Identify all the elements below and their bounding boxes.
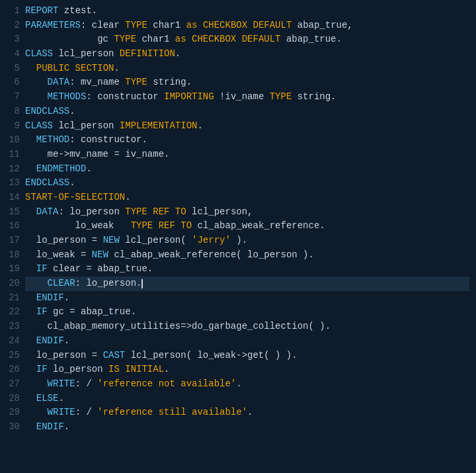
line-number: 24 bbox=[5, 334, 20, 349]
token-kw2: as bbox=[175, 34, 186, 44]
code-line: lo_weak TYPE REF TO cl_abap_weak_referen… bbox=[25, 219, 469, 234]
line-number: 27 bbox=[5, 377, 20, 392]
text-cursor bbox=[141, 279, 143, 288]
token-kw: IF bbox=[36, 306, 48, 317]
token-plain bbox=[25, 335, 36, 346]
token-kw2: TYPE bbox=[125, 206, 147, 217]
code-line: WRITE: / 'reference not available'. bbox=[25, 377, 469, 392]
code-line: ENDCLASS. bbox=[25, 105, 469, 119]
line-number: 7 bbox=[5, 90, 20, 105]
token-plain: : bbox=[81, 20, 92, 30]
line-number: 12 bbox=[5, 162, 20, 177]
token-plain: . bbox=[114, 63, 119, 73]
line-number: 9 bbox=[5, 119, 20, 134]
line-number: 25 bbox=[5, 349, 20, 363]
token-kw2: IMPORTING bbox=[164, 91, 214, 102]
token-plain: lo_weak bbox=[25, 220, 131, 231]
token-plain: lcl_person bbox=[53, 48, 120, 59]
token-kw2: CHECKBOX bbox=[192, 34, 236, 44]
token-plain: . bbox=[69, 177, 75, 188]
line-number-gutter: 1234567891011121314151617181920212223242… bbox=[0, 4, 25, 469]
token-kw: DATA bbox=[48, 77, 70, 87]
token-plain: : lo_person bbox=[58, 206, 125, 217]
code-content[interactable]: REPORT ztest.PARAMETERS: clear TYPE char… bbox=[25, 4, 476, 469]
token-plain: : constructor. bbox=[69, 134, 147, 145]
token-plain: me->mv_name = iv_name. bbox=[25, 149, 169, 159]
token-kw: CLASS bbox=[25, 48, 53, 59]
token-str: 'reference not available' bbox=[97, 378, 236, 389]
token-plain: . bbox=[64, 335, 69, 346]
token-plain: clear bbox=[92, 20, 120, 30]
token-plain bbox=[25, 421, 36, 432]
line-number: 17 bbox=[5, 234, 20, 248]
line-number: 18 bbox=[5, 248, 20, 263]
code-line: cl_abap_memory_utilities=>do_garbage_col… bbox=[25, 320, 469, 334]
code-line: METHODS: constructor IMPORTING !iv_name … bbox=[25, 90, 469, 105]
token-kw: DATA bbox=[36, 206, 59, 217]
token-plain: lcl_person bbox=[53, 120, 120, 131]
token-plain bbox=[25, 134, 36, 145]
code-line: IF clear = abap_true. bbox=[25, 262, 469, 277]
code-line: lo_person = NEW lcl_person( 'Jerry' ). bbox=[25, 234, 469, 248]
code-line: ENDIF. bbox=[25, 334, 469, 349]
token-kw2: PUBLIC SECTION bbox=[36, 63, 114, 73]
token-plain: . bbox=[58, 393, 63, 404]
line-number: 8 bbox=[5, 105, 20, 119]
token-kw: IF bbox=[36, 364, 48, 374]
code-line: CLASS lcl_person IMPLEMENTATION. bbox=[25, 119, 469, 134]
token-plain bbox=[120, 20, 125, 30]
token-kw: ENDIF bbox=[36, 421, 64, 432]
token-kw: CLASS bbox=[25, 120, 53, 131]
token-kw: REPORT bbox=[25, 5, 58, 16]
code-line: ENDMETHOD. bbox=[25, 162, 469, 177]
token-plain: lo_person bbox=[48, 364, 108, 374]
line-number: 14 bbox=[5, 191, 20, 205]
token-kw2: CHECKBOX bbox=[203, 20, 247, 30]
token-plain: abap_true. bbox=[281, 34, 342, 44]
token-plain bbox=[25, 407, 48, 417]
line-number: 30 bbox=[5, 420, 20, 435]
token-plain: char1 bbox=[136, 34, 175, 44]
code-line: lo_person = CAST lcl_person( lo_weak->ge… bbox=[25, 349, 469, 363]
token-kw2: START-OF-SELECTION bbox=[25, 192, 125, 202]
token-kw: WRITE bbox=[48, 378, 75, 389]
token-plain: ztest. bbox=[58, 5, 97, 16]
token-plain: lcl_person( lo_weak->get( ) ). bbox=[125, 350, 297, 361]
code-line: METHOD: constructor. bbox=[25, 133, 469, 148]
code-line: me->mv_name = iv_name. bbox=[25, 148, 469, 162]
token-kw: ENDMETHOD bbox=[36, 163, 87, 174]
token-kw: PARAMETERS bbox=[25, 20, 81, 30]
token-plain bbox=[25, 306, 36, 317]
token-plain: . bbox=[125, 192, 130, 202]
token-kw: CLEAR bbox=[48, 278, 75, 288]
token-kw2: TYPE bbox=[270, 91, 292, 102]
code-line: REPORT ztest. bbox=[25, 4, 469, 19]
code-line: WRITE: / 'reference still available'. bbox=[25, 406, 469, 420]
token-kw2: DEFAULT bbox=[253, 20, 292, 30]
line-number: 23 bbox=[5, 320, 20, 334]
code-line: ENDIF. bbox=[25, 420, 469, 435]
token-plain: char1 bbox=[147, 20, 186, 30]
token-plain bbox=[236, 34, 241, 44]
token-plain: ). bbox=[231, 235, 247, 245]
token-plain: lo_person = bbox=[25, 235, 103, 245]
token-kw2: TYPE bbox=[125, 77, 147, 87]
line-number: 13 bbox=[5, 176, 20, 191]
token-plain bbox=[25, 292, 36, 303]
code-line: gc TYPE char1 as CHECKBOX DEFAULT abap_t… bbox=[25, 32, 469, 47]
token-plain bbox=[25, 278, 48, 288]
line-number: 2 bbox=[5, 19, 20, 33]
token-plain: . bbox=[86, 163, 91, 174]
line-number: 11 bbox=[5, 148, 20, 162]
line-number: 4 bbox=[5, 47, 20, 62]
code-line: lo_weak = NEW cl_abap_weak_reference( lo… bbox=[25, 248, 469, 263]
token-plain bbox=[197, 20, 202, 30]
code-line: IF gc = abap_true. bbox=[25, 305, 469, 320]
code-line: ENDIF. bbox=[25, 291, 469, 306]
token-kw2: DEFINITION bbox=[120, 48, 175, 59]
token-plain: lo_weak = bbox=[25, 249, 92, 260]
token-plain: lo_person = bbox=[25, 350, 103, 361]
token-kw: METHOD bbox=[36, 134, 69, 145]
token-plain: string. bbox=[292, 91, 336, 102]
code-line: CLEAR: lo_person. bbox=[25, 277, 469, 291]
